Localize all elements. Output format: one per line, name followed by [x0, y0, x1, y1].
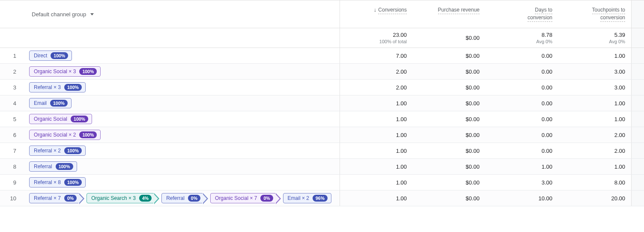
path-chip[interactable]: Direct100%: [29, 51, 72, 61]
metric-value: $0.00: [465, 179, 480, 186]
metric-value: 0.00: [542, 53, 552, 59]
path-cell: Organic Social × 3100%: [21, 64, 340, 79]
path-cell: Organic Social × 2100%: [21, 127, 340, 143]
path-chip[interactable]: Referral × 2100%: [29, 146, 86, 156]
dimension-selector[interactable]: Default channel group: [29, 11, 94, 18]
metric-cell: 3.00: [558, 64, 631, 79]
scrollbar-gutter: [631, 127, 644, 143]
metric-value: 0.00: [542, 116, 552, 122]
path-chip[interactable]: Referral × 3100%: [29, 82, 86, 92]
path-chip[interactable]: Referral × 70%: [29, 193, 79, 203]
metric-cell: 20.00: [558, 190, 631, 206]
path-chip-label: Referral × 8: [34, 179, 61, 185]
metric-cell: 0.00: [486, 80, 558, 95]
totals-value: 23.00: [393, 32, 407, 38]
column-header-label: conversion: [528, 14, 552, 22]
table-row[interactable]: 7Referral × 2100%1.00$0.000.002.00: [0, 143, 644, 159]
metric-value: 2.00: [614, 132, 625, 138]
path-chip[interactable]: Referral × 8100%: [29, 177, 86, 187]
metric-value: 0.00: [542, 100, 552, 107]
row-index: 8: [0, 159, 21, 174]
path-chip-percent: 100%: [50, 100, 68, 107]
path-chip[interactable]: Referral0%: [161, 193, 203, 203]
table-row[interactable]: 8Referral100%1.00$0.001.001.00: [0, 159, 644, 175]
header-index-spacer: [0, 0, 21, 28]
metric-value: 1.00: [396, 148, 407, 154]
metric-cell: $0.00: [413, 80, 486, 95]
path-chip[interactable]: Email100%: [29, 98, 72, 108]
column-header[interactable]: Days toconversion: [486, 0, 558, 28]
scrollbar-gutter: [631, 95, 644, 111]
table-row[interactable]: 10Referral × 70%Organic Search × 34%Refe…: [0, 190, 644, 206]
metric-cell: $0.00: [413, 48, 486, 63]
metric-cell: $0.00: [413, 175, 486, 190]
path-chip-percent: 96%: [313, 195, 328, 202]
path-chip-label: Organic Social: [34, 116, 67, 122]
metric-value: $0.00: [465, 68, 480, 75]
path-chip-label: Email × 2: [288, 195, 309, 201]
column-header[interactable]: ↓Conversions: [340, 0, 413, 28]
scrollbar-gutter: [631, 48, 644, 63]
path-chip-percent: 100%: [56, 163, 73, 170]
column-header[interactable]: Purchase revenue: [413, 0, 486, 28]
metric-cell: 0.00: [486, 143, 558, 158]
path-chip[interactable]: Email × 296%: [283, 193, 331, 203]
metric-cell: 2.00: [340, 64, 413, 79]
totals-value: $0.00: [465, 35, 480, 41]
table-row[interactable]: 6Organic Social × 2100%1.00$0.000.002.00: [0, 127, 644, 143]
path-cell: Referral × 8100%: [21, 175, 340, 190]
metric-value: 3.00: [614, 84, 625, 91]
metric-cell: $0.00: [413, 64, 486, 79]
metric-cell: 10.00: [486, 190, 558, 206]
row-index: 6: [0, 127, 21, 143]
metric-value: 1.00: [542, 164, 552, 170]
metric-value: 1.00: [396, 100, 407, 107]
path-chip[interactable]: Organic Social × 3100%: [29, 66, 101, 77]
column-header-label: Conversions: [378, 6, 407, 14]
metric-value: $0.00: [465, 148, 480, 154]
path-chip[interactable]: Organic Social × 70%: [210, 193, 275, 203]
metric-value: 3.00: [542, 179, 552, 186]
path-chip-percent: 4%: [139, 195, 152, 202]
column-header[interactable]: Touchpoints toconversion: [558, 0, 631, 28]
table-row[interactable]: 3Referral × 3100%2.00$0.000.003.00: [0, 80, 644, 95]
metric-cell: 1.00: [340, 143, 413, 158]
path-chip-label: Referral × 7: [34, 195, 61, 201]
path-chip-percent: 100%: [64, 179, 82, 186]
scrollbar-gutter: [631, 28, 644, 48]
path-chip-percent: 0%: [260, 195, 273, 202]
row-index: 4: [0, 95, 21, 111]
path-chip[interactable]: Organic Social100%: [29, 114, 92, 124]
metric-cell: $0.00: [413, 95, 486, 111]
path-chip[interactable]: Referral100%: [29, 161, 77, 172]
path-chip[interactable]: Organic Search × 34%: [86, 193, 154, 203]
path-cell: Organic Social100%: [21, 111, 340, 127]
scrollbar-gutter: [631, 80, 644, 95]
metric-value: 1.00: [396, 132, 407, 138]
scrollbar-gutter: [631, 143, 644, 158]
column-header-label: Days to: [535, 6, 552, 14]
table-row[interactable]: 5Organic Social100%1.00$0.000.001.00: [0, 111, 644, 127]
metric-value: 1.00: [614, 53, 625, 59]
attribution-paths-table: Default channel group ↓ConversionsPurcha…: [0, 0, 644, 206]
totals-value: 5.39: [614, 32, 625, 38]
totals-dim-spacer: [21, 28, 340, 48]
column-header-label: Touchpoints to: [592, 6, 625, 14]
metric-cell: $0.00: [413, 159, 486, 174]
table-row[interactable]: 4Email100%1.00$0.000.001.00: [0, 95, 644, 111]
table-row[interactable]: 9Referral × 8100%1.00$0.003.008.00: [0, 175, 644, 190]
path-chip[interactable]: Organic Social × 2100%: [29, 130, 101, 140]
table-row[interactable]: 1Direct100%7.00$0.000.001.00: [0, 48, 644, 64]
totals-cell: 5.39Avg 0%: [558, 28, 631, 48]
metric-cell: 1.00: [340, 111, 413, 127]
table-row[interactable]: 2Organic Social × 3100%2.00$0.000.003.00: [0, 64, 644, 80]
metric-cell: 0.00: [486, 111, 558, 127]
column-header-label: conversion: [600, 14, 625, 22]
path-chip-percent: 0%: [64, 195, 77, 202]
path-chip-percent: 100%: [64, 84, 82, 91]
metric-cell: 1.00: [558, 48, 631, 63]
table-totals-row: 23.00100% of total$0.008.78Avg 0%5.39Avg…: [0, 28, 644, 48]
path-cell: Referral × 3100%: [21, 80, 340, 95]
totals-value: 8.78: [542, 32, 552, 38]
row-index: 9: [0, 175, 21, 190]
